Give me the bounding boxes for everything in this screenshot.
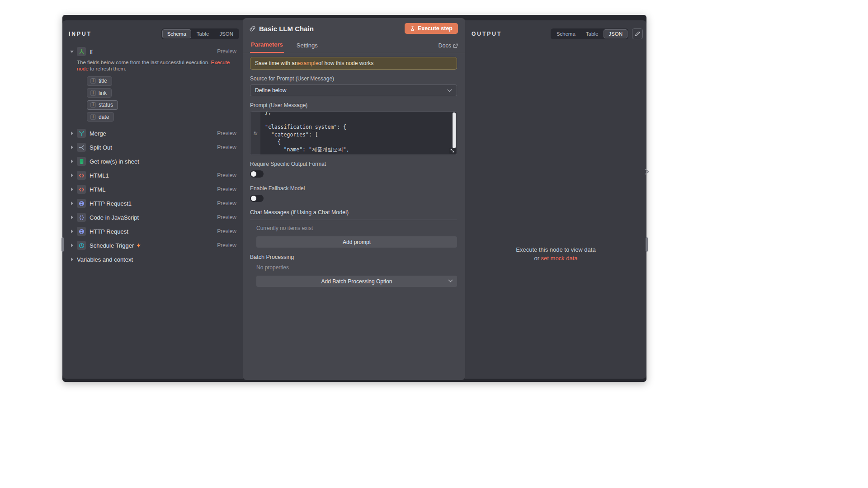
parameters-body: Save time with an example of how this no… bbox=[243, 53, 465, 291]
preview-link[interactable]: Preview bbox=[217, 242, 238, 249]
if-node-children: The fields below come from the last succ… bbox=[77, 60, 238, 124]
source-for-prompt-label: Source for Prompt (User Message) bbox=[250, 75, 457, 82]
chat-messages-section-label: Chat Messages (if Using a Chat Model) bbox=[250, 209, 457, 220]
preview-link[interactable]: Preview bbox=[217, 144, 238, 150]
http-request-node-icon bbox=[77, 199, 86, 208]
chevron-down-icon bbox=[448, 279, 453, 282]
require-output-format-label: Require Specific Output Format bbox=[250, 161, 457, 167]
chevron-right-icon[interactable] bbox=[69, 230, 75, 233]
node-settings-panel: Basic LLM Chain Execute step Parameters … bbox=[243, 18, 465, 380]
output-panel: OUTPUT Schema Table JSON Execute this no… bbox=[465, 20, 646, 379]
output-empty-line2: or set mock data bbox=[465, 255, 646, 262]
left-panel-resize-handle[interactable] bbox=[61, 237, 64, 252]
tab-settings[interactable]: Settings bbox=[296, 39, 319, 53]
split-out-node-icon bbox=[77, 143, 86, 152]
input-tab-table[interactable]: Table bbox=[192, 29, 214, 38]
preview-link[interactable]: Preview bbox=[217, 172, 238, 178]
docs-link[interactable]: Docs bbox=[439, 42, 458, 53]
chevron-right-icon[interactable] bbox=[69, 202, 75, 205]
output-empty-state: Execute this node to view data or set mo… bbox=[465, 246, 646, 262]
tree-node-if[interactable]: If Preview bbox=[69, 46, 238, 57]
http-request-node-icon bbox=[77, 227, 86, 236]
input-tab-json[interactable]: JSON bbox=[214, 29, 238, 38]
output-panel-title: OUTPUT bbox=[472, 31, 502, 37]
require-output-format-toggle[interactable] bbox=[250, 170, 264, 178]
tree-node-html1[interactable]: HTML1 Preview bbox=[69, 169, 238, 181]
code-node-icon bbox=[77, 213, 86, 222]
ndv-modal: INPUT Schema Table JSON If Preview The f… bbox=[62, 15, 646, 382]
external-link-icon bbox=[453, 43, 458, 48]
enable-fallback-toggle[interactable] bbox=[250, 195, 264, 202]
collapse-panel-arrow-icon[interactable] bbox=[644, 169, 650, 175]
prompt-label: Prompt (User Message) bbox=[250, 102, 457, 108]
source-for-prompt-select[interactable]: Define below bbox=[250, 84, 457, 96]
tree-node-http-request[interactable]: HTTP Request Preview bbox=[69, 225, 238, 237]
preview-link[interactable]: Preview bbox=[217, 214, 238, 221]
right-panel-resize-handle[interactable] bbox=[646, 237, 648, 252]
input-panel-title: INPUT bbox=[69, 31, 92, 37]
flask-icon bbox=[410, 26, 415, 31]
tree-node-schedule-trigger[interactable]: Schedule Trigger Preview bbox=[69, 239, 238, 251]
chevron-right-icon[interactable] bbox=[69, 145, 75, 149]
field-chip-title[interactable]: Ttitle bbox=[87, 76, 112, 86]
field-chip-link[interactable]: Tlink bbox=[87, 88, 112, 98]
preview-link[interactable]: Preview bbox=[217, 200, 238, 206]
set-mock-data-link[interactable]: set mock data bbox=[541, 255, 578, 262]
fx-badge: fx bbox=[254, 131, 257, 136]
editor-scrollbar-thumb[interactable] bbox=[453, 113, 456, 148]
google-sheets-node-icon bbox=[77, 157, 86, 166]
tree-node-merge[interactable]: Merge Preview bbox=[69, 127, 238, 139]
tree-node-html[interactable]: HTML Preview bbox=[69, 183, 238, 195]
preview-link[interactable]: Preview bbox=[217, 186, 238, 192]
chat-messages-empty-text: Currently no items exist bbox=[256, 225, 457, 231]
output-view-tabs: Schema Table JSON bbox=[551, 28, 628, 39]
tab-parameters[interactable]: Parameters bbox=[250, 38, 284, 53]
output-tab-table[interactable]: Table bbox=[581, 29, 604, 38]
example-link[interactable]: example bbox=[298, 60, 318, 66]
pencil-icon bbox=[635, 31, 640, 37]
input-node-tree: If Preview The fields below come from th… bbox=[62, 43, 243, 272]
field-chip-date[interactable]: Tdate bbox=[87, 112, 114, 122]
tree-node-split-out[interactable]: Split Out Preview bbox=[69, 141, 238, 153]
input-panel: INPUT Schema Table JSON If Preview The f… bbox=[62, 20, 243, 379]
batch-empty-text: No properties bbox=[256, 264, 457, 271]
preview-link[interactable]: Preview bbox=[217, 48, 238, 55]
add-prompt-button[interactable]: Add prompt bbox=[256, 236, 457, 248]
tree-node-http-request1[interactable]: HTTP Request1 Preview bbox=[69, 197, 238, 209]
chevron-right-icon[interactable] bbox=[69, 131, 75, 135]
expression-gutter: fx bbox=[250, 112, 260, 155]
link-icon bbox=[249, 25, 256, 32]
tree-node-label: If bbox=[90, 48, 93, 55]
trigger-bolt-icon bbox=[137, 243, 141, 248]
chevron-right-icon[interactable] bbox=[69, 160, 75, 163]
preview-link[interactable]: Preview bbox=[217, 130, 238, 136]
chevron-down-icon[interactable] bbox=[69, 51, 75, 53]
html-node-icon bbox=[77, 185, 86, 194]
tree-node-variables-and-context[interactable]: Variables and context bbox=[69, 253, 238, 265]
output-empty-line1: Execute this node to view data bbox=[465, 246, 646, 253]
execute-step-button[interactable]: Execute step bbox=[405, 23, 458, 34]
node-tabs: Parameters Settings Docs bbox=[243, 37, 465, 53]
text-type-icon: T bbox=[90, 78, 96, 84]
field-chip-status[interactable]: Tstatus bbox=[87, 100, 118, 110]
chevron-right-icon[interactable] bbox=[69, 258, 75, 261]
tree-node-code-in-javascript[interactable]: Code in JavaScript Preview bbox=[69, 211, 238, 223]
output-tab-json[interactable]: JSON bbox=[604, 29, 627, 38]
tree-node-get-rows-in-sheet[interactable]: Get row(s) in sheet bbox=[69, 155, 238, 167]
text-type-icon: T bbox=[90, 102, 96, 108]
chevron-right-icon[interactable] bbox=[69, 244, 75, 247]
input-view-tabs: Schema Table JSON bbox=[161, 28, 239, 39]
batch-processing-section-label: Batch Processing bbox=[250, 254, 457, 260]
code-content[interactable]: }, "classification_system": { "categorie… bbox=[260, 112, 457, 155]
chevron-right-icon[interactable] bbox=[69, 174, 75, 177]
editor-expand-button[interactable] bbox=[449, 148, 456, 154]
edit-output-button[interactable] bbox=[632, 28, 643, 39]
preview-link[interactable]: Preview bbox=[217, 228, 238, 235]
add-batch-processing-option-button[interactable]: Add Batch Processing Option bbox=[256, 276, 457, 287]
output-tab-schema[interactable]: Schema bbox=[552, 29, 580, 38]
prompt-code-editor[interactable]: fx }, "classification_system": { "catego… bbox=[250, 111, 457, 155]
input-tab-schema[interactable]: Schema bbox=[162, 29, 191, 38]
chevron-right-icon[interactable] bbox=[69, 188, 75, 191]
chevron-right-icon[interactable] bbox=[69, 216, 75, 219]
node-header: Basic LLM Chain Execute step bbox=[243, 18, 465, 37]
